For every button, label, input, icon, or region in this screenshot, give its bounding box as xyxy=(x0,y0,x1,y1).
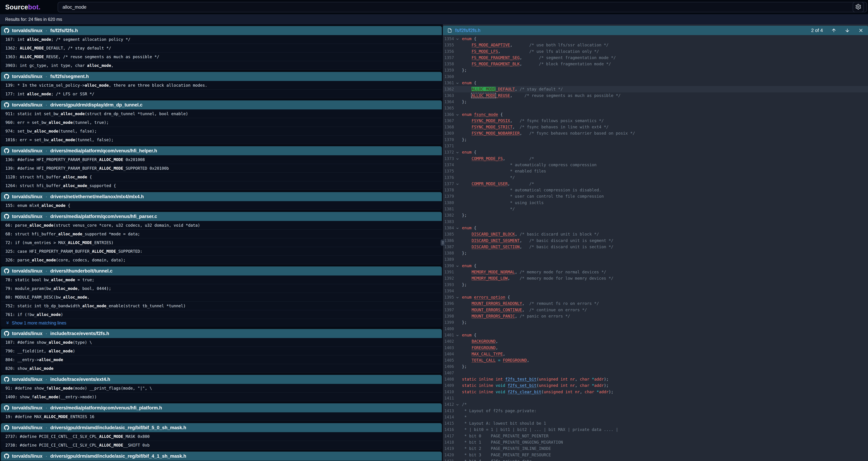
line-number[interactable]: 1402 xyxy=(443,338,455,344)
code-line[interactable]: 1389 xyxy=(443,256,868,262)
fold-chevron-icon[interactable] xyxy=(455,294,460,300)
code-line[interactable]: 1406}; xyxy=(443,364,868,370)
line-number[interactable]: 1388 xyxy=(443,250,455,256)
code-line[interactable]: 1402 BACKGROUND, xyxy=(443,338,868,344)
code-line[interactable]: 1416 * | bit0 = 1 | bit1 | bit2 | ... | … xyxy=(443,427,868,433)
match-line[interactable]: 804: __entry->alloc_mode xyxy=(1,355,442,364)
match-line[interactable]: 91: #define show_falloc_mode(mode) __pri… xyxy=(1,384,442,393)
line-number[interactable]: 1399 xyxy=(443,319,455,325)
code-token[interactable]: f2fs_set_bit xyxy=(507,383,536,388)
file-result-header[interactable]: torvalds/linux·fs/f2fs/segment.h xyxy=(1,72,442,81)
code-line[interactable]: 1390enum { xyxy=(443,263,868,269)
line-number[interactable]: 1421 xyxy=(443,458,455,461)
line-number[interactable]: 1357 xyxy=(443,55,455,61)
line-number[interactable]: 1411 xyxy=(443,395,455,401)
match-line[interactable]: 2737: #define PCIE_CI_CNTL__CI_SLV_CPL_A… xyxy=(1,432,442,441)
code-line[interactable]: 1404 MAX_CALL_TYPE, xyxy=(443,351,868,357)
code-line[interactable]: 1374 * automatically compress compressio… xyxy=(443,162,868,168)
match-line[interactable]: 326: parse_alloc_mode(core, codecs, doma… xyxy=(1,256,442,264)
code-token[interactable]: TOTAL_CALL xyxy=(471,358,495,363)
line-number[interactable]: 1364 xyxy=(443,99,455,105)
file-result-header[interactable]: torvalds/linux·drivers/net/ethernet/mell… xyxy=(1,192,442,201)
line-number[interactable]: 1416 xyxy=(443,427,455,433)
code-line[interactable]: 1375 * enabled files xyxy=(443,168,868,174)
match-line[interactable]: 1016: err = set_bw_alloc_mode(tunnel, fa… xyxy=(1,136,442,144)
code-line[interactable]: 1410static inline void f2fs_clear_bit(un… xyxy=(443,389,868,395)
code-line[interactable]: 1354enum { xyxy=(443,36,868,42)
fold-chevron-icon[interactable] xyxy=(455,401,460,407)
code-token[interactable]: FS_MODE_FRAGMENT_SEG xyxy=(471,55,520,60)
line-number[interactable]: 1384 xyxy=(443,225,455,231)
line-number[interactable]: 1356 xyxy=(443,48,455,55)
match-line[interactable]: 960: err = set_bw_alloc_mode(tunnel, tru… xyxy=(1,118,442,127)
code-line[interactable]: 1421 * bit 4- f2fs_private_data xyxy=(443,458,868,461)
line-number[interactable]: 1378 xyxy=(443,187,455,193)
code-token[interactable]: DISCARD_UNIT_SECTION xyxy=(471,244,520,249)
code-line[interactable]: 1379 * user can control the file compres… xyxy=(443,193,868,199)
code-line[interactable]: 1377 COMPR_MODE_USER, /* xyxy=(443,181,868,187)
match-line[interactable]: 790: __field(int, alloc_mode) xyxy=(1,347,442,355)
line-number[interactable]: 1414 xyxy=(443,414,455,420)
line-number[interactable]: 1359 xyxy=(443,67,455,73)
other-match[interactable]: ALLOC_MODE xyxy=(471,93,495,98)
code-token[interactable]: FSYNC_MODE_STRICT xyxy=(471,125,512,129)
file-result-header[interactable]: torvalds/linux·include/trace/events/f2fs… xyxy=(1,329,442,338)
code-line[interactable]: 1367 FSYNC_MODE_POSIX, /* fsync follows … xyxy=(443,118,868,124)
code-token[interactable]: COMPR_MODE_USER xyxy=(471,181,507,186)
code-token[interactable]: FSYNC_MODE_NOBARRIER xyxy=(471,131,520,136)
match-line[interactable]: 1128: struct hfi_buffer_alloc_mode { xyxy=(1,173,442,181)
fold-chevron-icon[interactable] xyxy=(455,225,460,231)
fold-chevron-icon[interactable] xyxy=(455,149,460,155)
code-line[interactable]: 1366enum fsync_mode { xyxy=(443,111,868,118)
file-result-header[interactable]: torvalds/linux·drivers/thunderbolt/tunne… xyxy=(1,266,442,276)
line-number[interactable]: 1394 xyxy=(443,288,455,294)
match-line[interactable]: 80: MODULE_PARM_DESC(bw_alloc_mode, xyxy=(1,293,442,301)
code-line[interactable]: 1380 * using ioctls xyxy=(443,200,868,206)
code-line[interactable]: 1370}; xyxy=(443,137,868,143)
code-token[interactable]: f2fs_test_bit xyxy=(505,377,536,381)
code-line[interactable]: 1369 FSYNC_MODE_NOBARRIER, /* fsync beha… xyxy=(443,130,868,136)
file-result-header[interactable]: torvalds/linux·drivers/gpu/drm/display/d… xyxy=(1,100,442,109)
match-line[interactable]: 66: parse_alloc_mode(struct venus_core *… xyxy=(1,221,442,230)
code-token[interactable]: MOUNT_ERRORS_PANIC xyxy=(471,314,515,318)
code-token[interactable]: FOREGROUND xyxy=(471,345,495,350)
line-number[interactable]: 1367 xyxy=(443,118,455,124)
fold-chevron-icon[interactable] xyxy=(455,80,460,86)
match-line[interactable]: 19: #define MAX_ALLOC_MODE_ENTRIES 16 xyxy=(1,412,442,421)
match-line[interactable]: 1400: show_falloc_mode(__entry->mode)) xyxy=(1,393,442,401)
code-line[interactable]: 1407 xyxy=(443,370,868,376)
line-number[interactable]: 1360 xyxy=(443,74,455,80)
code-line[interactable]: 1393}; xyxy=(443,282,868,288)
active-match[interactable]: ALLOC_MODE xyxy=(471,87,495,91)
code-line[interactable]: 1417 * bit 0 PAGE_PRIVATE_NOT_POINTER xyxy=(443,433,868,439)
code-token[interactable]: BACKGROUND xyxy=(471,339,495,344)
code-token[interactable]: COMPR_MODE_FS xyxy=(471,156,503,161)
code-line[interactable]: 1420 * bit 3 PAGE_PRIVATE_REF_RESOURCE xyxy=(443,452,868,458)
search-input[interactable] xyxy=(58,4,867,10)
code-token[interactable]: errors_option xyxy=(474,295,505,299)
match-line[interactable]: 107: #define show_alloc_mode(type) \ xyxy=(1,338,442,347)
code-line[interactable]: 1403 FOREGROUND, xyxy=(443,345,868,351)
match-line[interactable]: 68: struct hfi_buffer_alloc_mode_support… xyxy=(1,230,442,238)
code-token[interactable]: DISCARD_UNIT_SEGMENT xyxy=(471,238,520,243)
line-number[interactable]: 1371 xyxy=(443,143,455,149)
code-line[interactable]: 1413 * Layout of f2fs page.private: xyxy=(443,408,868,414)
match-line[interactable]: 177: int alloc_mode; /* LFS or SSR */ xyxy=(1,90,442,98)
code-line[interactable]: 1378 * automatical compression is disabl… xyxy=(443,187,868,193)
settings-button[interactable] xyxy=(853,2,864,12)
code-line[interactable]: 1394 xyxy=(443,288,868,294)
line-number[interactable]: 1369 xyxy=(443,130,455,136)
code-line[interactable]: 1357 FS_MODE_FRAGMENT_SEG, /* segment fr… xyxy=(443,55,868,61)
next-match-button[interactable] xyxy=(845,28,850,33)
line-number[interactable]: 1382 xyxy=(443,212,455,218)
match-line[interactable]: 761: if (!bw_alloc_mode) xyxy=(1,310,442,319)
line-number[interactable]: 1380 xyxy=(443,200,455,206)
code-line[interactable]: 1362 ALLOC_MODE_DEFAULT, /* stay default… xyxy=(443,86,868,92)
code-token[interactable]: FS_MODE_FRAGMENT_BLK xyxy=(471,62,520,66)
code-line[interactable]: 1376 */ xyxy=(443,174,868,181)
code-token[interactable]: FS_MODE_ADAPTIVE xyxy=(471,43,510,47)
line-number[interactable]: 1404 xyxy=(443,351,455,357)
line-number[interactable]: 1358 xyxy=(443,61,455,67)
code-line[interactable]: 1365 xyxy=(443,105,868,111)
match-line[interactable]: 3903: int gc_type, int type, char alloc_… xyxy=(1,61,442,70)
